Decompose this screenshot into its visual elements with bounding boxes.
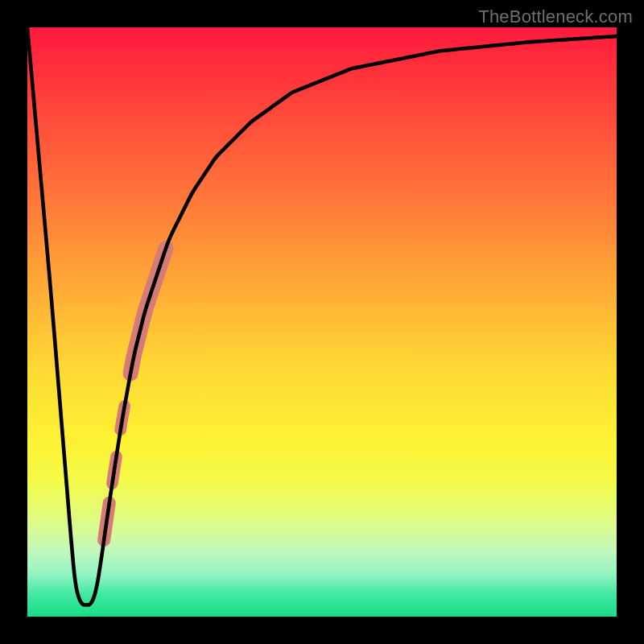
curve-svg <box>27 27 617 617</box>
plot-area <box>27 27 617 617</box>
chart-container: TheBottleneck.com <box>0 0 644 644</box>
curve-path <box>27 27 617 605</box>
attribution-label: TheBottleneck.com <box>478 6 633 27</box>
highlight-group <box>104 249 166 540</box>
